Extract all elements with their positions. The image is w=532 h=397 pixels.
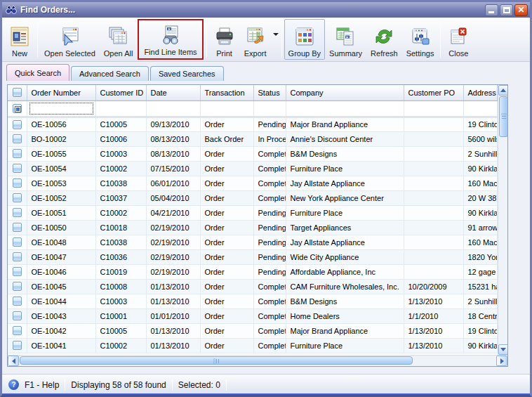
filter-transaction-cell[interactable] (200, 100, 253, 117)
row-checkbox-icon[interactable] (13, 252, 22, 261)
scroll-right-button[interactable] (496, 356, 507, 366)
row-select-cell[interactable] (8, 338, 27, 353)
scroll-down-button[interactable] (498, 344, 508, 355)
open-selected-button[interactable]: Open Selected (40, 19, 100, 60)
row-checkbox-icon[interactable] (13, 237, 22, 247)
row-select-cell[interactable] (8, 249, 27, 264)
export-button[interactable]: Export (240, 19, 271, 60)
row-select-cell[interactable] (8, 308, 27, 323)
filter-address-cell[interactable] (463, 100, 497, 117)
order-row[interactable]: OE-10048C1003802/19/2010OrderPendingJay … (8, 235, 497, 249)
find-line-items-button[interactable]: Find Line Items (140, 20, 201, 58)
select-all-checkbox-icon[interactable] (13, 88, 22, 97)
row-checkbox-icon[interactable] (13, 326, 22, 335)
row-select-cell[interactable] (8, 294, 27, 308)
cell-address: 5600 wilshire (463, 131, 497, 146)
vertical-scroll-thumb[interactable] (499, 96, 508, 137)
row-checkbox-icon[interactable] (13, 193, 22, 202)
row-checkbox-icon[interactable] (13, 297, 22, 306)
row-select-cell[interactable] (8, 161, 27, 176)
order-row[interactable]: OE-10055C1000308/13/2010OrderCompleteB&M… (8, 146, 497, 161)
row-checkbox-icon[interactable] (13, 134, 22, 143)
col-date[interactable]: Date (146, 85, 200, 100)
tab-saved-searches[interactable]: Saved Searches (150, 66, 224, 81)
row-select-cell[interactable] (8, 117, 27, 131)
col-customer-id[interactable]: Customer ID (95, 85, 146, 100)
row-select-cell[interactable] (8, 235, 27, 249)
row-checkbox-icon[interactable] (13, 178, 22, 188)
order-row[interactable]: OE-10046C1001902/19/2010OrderPendingAffo… (8, 264, 497, 279)
row-select-cell[interactable] (8, 205, 27, 220)
order-row[interactable]: OE-10042C1000501/13/2010OrderCompleteMaj… (8, 323, 497, 338)
settings-button[interactable]: Settings (402, 19, 439, 60)
scroll-left-button[interactable] (8, 356, 19, 366)
vertical-scroll-track[interactable] (498, 138, 508, 344)
order-row[interactable]: OE-10056C1000509/13/2010OrderPendingMajo… (8, 117, 497, 131)
row-checkbox-icon[interactable] (13, 120, 22, 129)
order-row[interactable]: OE-10041C1000201/13/2010OrderCompleteFur… (8, 338, 497, 353)
group-by-button[interactable]: Group By (284, 19, 325, 60)
minimize-button[interactable] (485, 4, 498, 16)
row-select-cell[interactable] (8, 264, 27, 279)
select-all-header[interactable] (8, 85, 27, 100)
col-company[interactable]: Company (286, 85, 404, 100)
tab-quick-search[interactable]: Quick Search (6, 64, 69, 81)
filter-customer-id-cell[interactable] (95, 100, 146, 117)
order-row[interactable]: OE-10050C1001802/19/2010OrderPendingTarg… (8, 220, 497, 235)
col-status[interactable]: Status (253, 85, 286, 100)
order-row[interactable]: OE-10043C1000101/01/2010OrderCompleteHom… (8, 308, 497, 323)
row-checkbox-icon[interactable] (13, 267, 22, 276)
scroll-up-button[interactable] (498, 85, 508, 96)
col-address[interactable]: Address (463, 85, 497, 100)
close-button[interactable]: Close (443, 19, 474, 60)
row-select-cell[interactable] (8, 131, 27, 146)
filter-date-cell[interactable] (146, 100, 200, 117)
filter-customer-po-cell[interactable] (404, 100, 463, 117)
row-checkbox-icon[interactable] (13, 208, 22, 217)
order-row[interactable]: OE-10047C1003602/19/2010OrderPendingWide… (8, 249, 497, 264)
row-checkbox-icon[interactable] (13, 341, 22, 350)
order-row[interactable]: OE-10054C1000207/15/2010OrderCompleteFur… (8, 161, 497, 176)
refresh-icon (373, 25, 395, 48)
row-checkbox-icon[interactable] (13, 282, 22, 291)
print-button[interactable]: Print (209, 19, 240, 60)
col-transaction[interactable]: Transaction (200, 85, 253, 100)
filter-company-cell[interactable] (286, 100, 404, 117)
row-select-cell[interactable] (8, 190, 27, 205)
order-row[interactable]: OE-10053C1003806/01/2010OrderCompleteJay… (8, 176, 497, 190)
order-row[interactable]: OE-10052C1003705/04/2010OrderCompleteNew… (8, 190, 497, 205)
order-row[interactable]: OE-10044C1000301/13/2010OrderCompleteB&M… (8, 294, 497, 308)
tab-advanced-search[interactable]: Advanced Search (71, 66, 149, 81)
horizontal-scrollbar[interactable] (8, 355, 507, 366)
new-button[interactable]: New (4, 19, 35, 60)
col-customer-po[interactable]: Customer PO (404, 85, 463, 100)
refresh-button[interactable]: Refresh (366, 19, 402, 60)
row-select-cell[interactable] (8, 323, 27, 338)
row-checkbox-icon[interactable] (13, 311, 22, 320)
col-order-number[interactable]: Order Number (27, 85, 95, 100)
filter-status-cell[interactable] (253, 100, 286, 117)
cell-customer-po (404, 131, 463, 146)
maximize-button[interactable] (500, 4, 513, 16)
row-select-cell[interactable] (8, 279, 27, 294)
order-row[interactable]: BO-10002C1000608/13/2010Back OrderIn Pro… (8, 131, 497, 146)
summary-button[interactable]: Summary (325, 19, 366, 60)
order-row[interactable]: OE-10051C1000204/21/2010OrderPendingFurn… (8, 205, 497, 220)
row-select-cell[interactable] (8, 146, 27, 161)
row-checkbox-icon[interactable] (13, 164, 22, 173)
titlebar[interactable]: Find Orders... ✕ (2, 2, 530, 18)
horizontal-scroll-track[interactable] (413, 356, 496, 366)
vertical-scrollbar[interactable] (498, 85, 508, 355)
row-select-cell[interactable] (8, 176, 27, 190)
close-window-button[interactable]: ✕ (514, 4, 528, 16)
export-dropdown-arrow-icon[interactable] (273, 33, 279, 36)
row-checkbox-icon[interactable] (13, 149, 22, 158)
open-all-button[interactable]: Open All (100, 19, 138, 60)
row-select-cell[interactable] (8, 220, 27, 235)
cell-address: 12 gage ave (463, 264, 497, 279)
order-row[interactable]: OE-10045C1000801/13/2010OrderCompleteCAM… (8, 279, 497, 294)
filter-order-number-cell[interactable] (27, 100, 95, 117)
row-checkbox-icon[interactable] (13, 223, 22, 232)
filter-order-number-input[interactable] (29, 103, 93, 115)
horizontal-scroll-thumb[interactable] (20, 356, 413, 365)
